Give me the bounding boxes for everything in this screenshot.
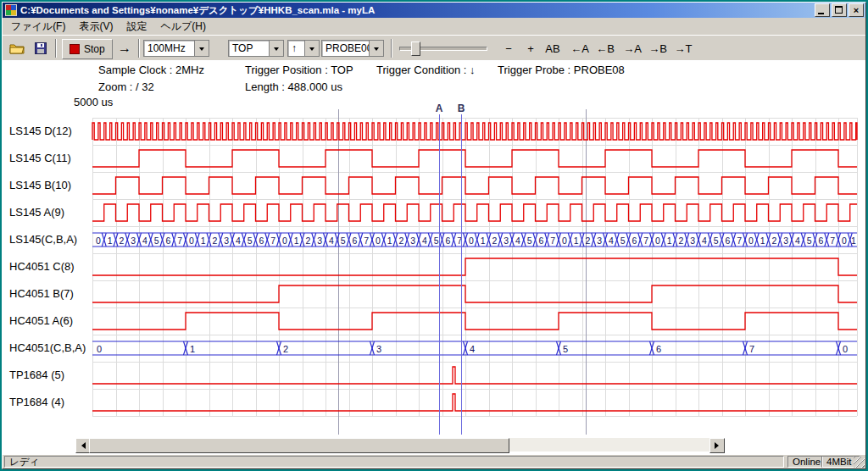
bus-value: 1 bbox=[294, 236, 299, 246]
cursor-b-right-button[interactable]: →B bbox=[647, 39, 669, 58]
bus-value: 0 bbox=[748, 236, 754, 246]
bus-value: 6 bbox=[165, 236, 170, 246]
bus-value: 7 bbox=[364, 236, 369, 246]
open-file-button[interactable] bbox=[6, 39, 28, 58]
chevron-down-icon[interactable] bbox=[194, 41, 209, 56]
resize-grip[interactable] bbox=[854, 457, 865, 468]
floppy-disk-icon bbox=[35, 42, 47, 54]
bus-value: 4 bbox=[515, 236, 520, 246]
zoom-out-button[interactable]: − bbox=[498, 39, 520, 58]
bus-value: 2 bbox=[678, 236, 683, 246]
slider-thumb[interactable] bbox=[411, 42, 420, 56]
bus-value: 3 bbox=[597, 236, 602, 246]
trigger-position-select[interactable]: TOP bbox=[228, 40, 284, 57]
close-icon[interactable]: × bbox=[849, 3, 864, 17]
bus-value: 7 bbox=[737, 236, 742, 246]
bus-value: 6 bbox=[352, 236, 357, 246]
chevron-down-icon[interactable] bbox=[304, 41, 319, 56]
waveform-ls145-c-11 bbox=[92, 150, 857, 167]
bus-value: 0 bbox=[189, 236, 194, 246]
stop-button[interactable]: Stop bbox=[62, 39, 113, 59]
bus-value: 6 bbox=[725, 236, 730, 246]
chevron-down-icon[interactable] bbox=[269, 41, 283, 56]
bus-value: 3 bbox=[317, 236, 322, 246]
bus-value: 0 bbox=[282, 236, 287, 246]
scrollbar-thumb[interactable] bbox=[89, 438, 509, 453]
menu-item-help[interactable]: ヘルプ(H) bbox=[153, 18, 213, 36]
zoom-ab-button[interactable]: AB bbox=[542, 39, 564, 58]
waveform-hc4051-a-6 bbox=[92, 313, 857, 330]
timing-diagram[interactable]: 0123456701234567012345670123456701234567… bbox=[3, 103, 865, 440]
sample-clock-select[interactable]: 100MHz bbox=[143, 40, 209, 57]
status-ready: レディ bbox=[4, 456, 784, 468]
trigger-probe-value: PROBE00 bbox=[322, 41, 369, 56]
bus-value: 3 bbox=[690, 236, 695, 246]
trigger-probe-select[interactable]: PROBE00 bbox=[321, 40, 384, 57]
bus-value: 4 bbox=[422, 236, 427, 246]
minimize-icon[interactable] bbox=[815, 3, 830, 17]
bus-value: 2 bbox=[398, 236, 403, 246]
bus-value: 6 bbox=[632, 236, 637, 246]
bus-value: 0 bbox=[655, 236, 660, 246]
bus-value: 4 bbox=[142, 236, 147, 246]
bus-value: 0 bbox=[562, 236, 567, 246]
waveform-ls145-d-12 bbox=[92, 123, 857, 140]
bus-value: 7 bbox=[177, 236, 182, 246]
bus-value: 0 bbox=[843, 344, 848, 354]
run-arrow-icon: → bbox=[118, 41, 131, 56]
scroll-right-icon[interactable] bbox=[709, 438, 725, 453]
cursors: AB bbox=[436, 103, 465, 435]
open-folder-icon bbox=[9, 42, 25, 54]
bus-value: 2 bbox=[283, 344, 288, 354]
bus-value: 5 bbox=[620, 236, 626, 246]
cursor-a-right-button[interactable]: →A bbox=[621, 39, 643, 58]
bus-value: 1 bbox=[190, 344, 195, 354]
menu-bar: ファイル(F)表示(V)設定ヘルプ(H) bbox=[3, 18, 865, 35]
cursor-b-label: B bbox=[458, 103, 465, 114]
bus-value: 6 bbox=[259, 236, 264, 246]
toolbar: Stop → 100MHz TOP ↑ PROBE00 −+AB←A←B→A→B… bbox=[3, 35, 865, 62]
bus-value: 5 bbox=[248, 236, 253, 246]
bus-value: 2 bbox=[492, 236, 497, 246]
bus-value: 1 bbox=[851, 236, 856, 246]
waveform-hc4051-b-7 bbox=[92, 285, 857, 302]
run-button[interactable]: → bbox=[114, 39, 135, 58]
horizontal-scrollbar[interactable] bbox=[75, 438, 725, 452]
bus-value: 3 bbox=[131, 236, 136, 246]
bus-value: 7 bbox=[270, 236, 275, 246]
save-file-button[interactable] bbox=[30, 39, 52, 58]
app-icon bbox=[5, 4, 17, 16]
bus-value: 3 bbox=[224, 236, 229, 246]
bus-value: 3 bbox=[410, 236, 415, 246]
menu-item-file[interactable]: ファイル(F) bbox=[4, 18, 72, 36]
cursor-b-left-button[interactable]: ←B bbox=[594, 39, 616, 58]
bus-hc4051-c-b-a: 012345670 bbox=[92, 341, 857, 355]
jump-trigger-button[interactable]: →T bbox=[672, 39, 694, 58]
bus-value: 5 bbox=[527, 236, 532, 246]
menu-item-settings[interactable]: 設定 bbox=[120, 18, 153, 36]
status-bar: レディ Online 4MBit bbox=[3, 455, 865, 468]
bus-value: 0 bbox=[842, 236, 847, 246]
cursor-a-left-button[interactable]: ←A bbox=[569, 39, 591, 58]
menu-item-view[interactable]: 表示(V) bbox=[72, 18, 120, 36]
bus-value: 2 bbox=[119, 236, 124, 246]
chevron-down-icon[interactable] bbox=[369, 41, 383, 56]
bus-value: 5 bbox=[434, 236, 439, 246]
bus-value: 3 bbox=[504, 236, 509, 246]
bus-ls145-c-b-a: 0123456701234567012345670123456701234567… bbox=[92, 233, 857, 247]
zoom-in-button[interactable]: + bbox=[520, 39, 542, 58]
title-bar[interactable]: C:¥Documents and Settings¥noname¥デスクトップ¥… bbox=[3, 3, 865, 18]
bus-value: 7 bbox=[643, 236, 648, 246]
trigger-edge-select[interactable]: ↑ bbox=[287, 40, 320, 57]
trigger-condition-info: Trigger Condition : ↓ bbox=[376, 64, 476, 76]
bus-value: 2 bbox=[585, 236, 590, 246]
bus-value: 1 bbox=[481, 236, 486, 246]
waveform-client-area: Sample Clock : 2MHz Trigger Position : T… bbox=[3, 60, 865, 455]
zoom-slider[interactable] bbox=[399, 39, 487, 58]
bus-value: 1 bbox=[760, 236, 765, 246]
waveform-tp1684-4 bbox=[92, 394, 857, 411]
maximize-icon[interactable] bbox=[832, 3, 847, 17]
status-online-badge: Online bbox=[787, 456, 823, 468]
bus-value: 3 bbox=[376, 344, 381, 354]
bus-value: 1 bbox=[387, 236, 392, 246]
